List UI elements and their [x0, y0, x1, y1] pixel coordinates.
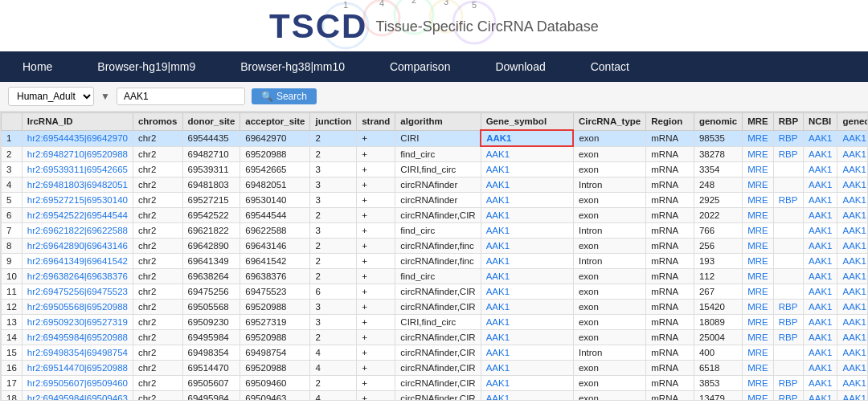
row-mre[interactable]: MRE [743, 208, 774, 223]
row-ncbi[interactable]: AAK1 [804, 130, 837, 146]
row-mre-link[interactable]: MRE [747, 195, 768, 205]
row-id[interactable]: hr2:69482710|69520988 [22, 146, 133, 162]
row-mre-link[interactable]: MRE [747, 332, 768, 342]
row-ncbi[interactable]: AAK1 [804, 361, 837, 376]
row-genecards-link[interactable]: AAK1 [842, 149, 866, 159]
row-id-link[interactable]: hr2:69621822|69622588 [27, 226, 128, 235]
row-id[interactable]: hr2:69514470|69520988 [22, 361, 133, 376]
row-mre[interactable]: MRE [743, 146, 774, 162]
row-gene[interactable]: AAK1 [481, 300, 573, 315]
row-id-link[interactable]: hr2:69475256|69475523 [27, 287, 128, 296]
row-genecards[interactable]: AAK1 [837, 361, 868, 376]
row-id[interactable]: hr2:69641349|69641542 [22, 254, 133, 269]
row-ncbi-link[interactable]: AAK1 [809, 133, 832, 143]
row-rbp[interactable]: RBP [773, 376, 803, 391]
row-id[interactable]: hr2:69475256|69475523 [22, 284, 133, 300]
row-rbp[interactable]: RBP [773, 130, 803, 146]
row-id-link[interactable]: hr2:69641349|69641542 [27, 256, 128, 266]
row-ncbi[interactable]: AAK1 [804, 146, 837, 162]
row-mre[interactable]: MRE [743, 345, 774, 361]
row-mre-link[interactable]: MRE [747, 180, 768, 190]
row-gene-link[interactable]: AAK1 [486, 256, 510, 266]
row-gene-link[interactable]: AAK1 [486, 180, 510, 190]
row-genecards-link[interactable]: AAK1 [842, 317, 866, 327]
row-ncbi-link[interactable]: AAK1 [809, 394, 832, 401]
row-mre[interactable]: MRE [743, 269, 774, 284]
row-genecards[interactable]: AAK1 [837, 284, 868, 300]
row-genecards[interactable]: AAK1 [837, 315, 868, 330]
row-id-link[interactable]: hr2:69505568|69520988 [27, 302, 128, 312]
row-gene-link[interactable]: AAK1 [486, 302, 510, 312]
row-id-link[interactable]: hr2:69498354|69498754 [27, 348, 128, 357]
row-ncbi-link[interactable]: AAK1 [809, 348, 832, 357]
table-row[interactable]: 10hr2:69638264|69638376chr26963826469638… [2, 269, 869, 284]
row-mre-link[interactable]: MRE [747, 363, 768, 373]
row-gene-link[interactable]: AAK1 [486, 363, 510, 373]
row-rbp[interactable]: RBP [773, 391, 803, 402]
row-ncbi[interactable]: AAK1 [804, 315, 837, 330]
row-id[interactable]: hr2:69642890|69643146 [22, 239, 133, 254]
row-ncbi[interactable]: AAK1 [804, 345, 837, 361]
row-id[interactable]: hr2:69527215|69530140 [22, 193, 133, 208]
row-genecards[interactable]: AAK1 [837, 376, 868, 391]
row-gene-link[interactable]: AAK1 [486, 241, 510, 251]
table-row[interactable]: 7hr2:69621822|69622588chr269621822696225… [2, 223, 869, 239]
row-mre[interactable]: MRE [743, 162, 774, 177]
row-id-link[interactable]: hr2:69481803|69482051 [27, 180, 128, 190]
nav-contact[interactable]: Contact [568, 51, 652, 82]
data-table-container[interactable]: lrcRNA_ID chromos donor_site acceptor_si… [0, 112, 868, 401]
row-gene-link[interactable]: AAK1 [486, 271, 510, 281]
table-row[interactable]: 11hr2:69475256|69475523chr26947525669475… [2, 284, 869, 300]
row-rbp-link[interactable]: RBP [779, 195, 798, 205]
row-ncbi-link[interactable]: AAK1 [809, 378, 832, 388]
row-id-link[interactable]: hr2:69514470|69520988 [27, 363, 128, 373]
table-row[interactable]: 16hr2:69514470|69520988chr26951447069520… [2, 361, 869, 376]
row-ncbi-link[interactable]: AAK1 [809, 256, 832, 266]
row-mre[interactable]: MRE [743, 239, 774, 254]
table-row[interactable]: 12hr2:69505568|69520988chr26950556869520… [2, 300, 869, 315]
row-mre-link[interactable]: MRE [747, 302, 768, 312]
row-id-link[interactable]: hr2:69505607|69509460 [27, 378, 128, 388]
row-mre-link[interactable]: MRE [747, 241, 768, 251]
row-genecards-link[interactable]: AAK1 [842, 332, 866, 342]
row-id-link[interactable]: hr2:69544435|69642970 [27, 133, 128, 143]
row-ncbi-link[interactable]: AAK1 [809, 210, 832, 220]
row-genecards-link[interactable]: AAK1 [842, 287, 866, 296]
row-ncbi-link[interactable]: AAK1 [809, 332, 832, 342]
row-genecards[interactable]: AAK1 [837, 162, 868, 177]
row-genecards-link[interactable]: AAK1 [842, 133, 866, 143]
row-gene[interactable]: AAK1 [481, 391, 573, 402]
row-rbp-link[interactable]: RBP [779, 133, 798, 143]
row-id[interactable]: hr2:69544435|69642970 [22, 130, 133, 146]
row-rbp-link[interactable]: RBP [779, 302, 798, 312]
row-mre[interactable]: MRE [743, 376, 774, 391]
table-row[interactable]: 4hr2:69481803|69482051chr269481803694820… [2, 177, 869, 193]
row-id[interactable]: hr2:69638264|69638376 [22, 269, 133, 284]
row-genecards-link[interactable]: AAK1 [842, 256, 866, 266]
row-genecards[interactable]: AAK1 [837, 391, 868, 402]
table-row[interactable]: 2hr2:69482710|69520988chr269482710695209… [2, 146, 869, 162]
nav-browser-hg19[interactable]: Browser-hg19|mm9 [75, 51, 218, 82]
row-mre[interactable]: MRE [743, 300, 774, 315]
row-genecards[interactable]: AAK1 [837, 208, 868, 223]
row-id-link[interactable]: hr2:69482710|69520988 [27, 149, 128, 159]
row-id-link[interactable]: hr2:69638264|69638376 [27, 271, 128, 281]
row-mre-link[interactable]: MRE [747, 226, 768, 235]
row-id-link[interactable]: hr2:69509230|69527319 [27, 317, 128, 327]
row-genecards-link[interactable]: AAK1 [842, 210, 866, 220]
nav-download[interactable]: Download [473, 51, 567, 82]
row-mre[interactable]: MRE [743, 330, 774, 345]
row-ncbi[interactable]: AAK1 [804, 254, 837, 269]
row-genecards[interactable]: AAK1 [837, 300, 868, 315]
row-ncbi[interactable]: AAK1 [804, 177, 837, 193]
row-mre[interactable]: MRE [743, 315, 774, 330]
row-genecards-link[interactable]: AAK1 [842, 165, 866, 174]
row-ncbi[interactable]: AAK1 [804, 376, 837, 391]
table-row[interactable]: 8hr2:69642890|69643146chr269642890696431… [2, 239, 869, 254]
row-genecards[interactable]: AAK1 [837, 239, 868, 254]
nav-home[interactable]: Home [0, 51, 75, 82]
row-mre-link[interactable]: MRE [747, 133, 768, 143]
row-gene[interactable]: AAK1 [481, 361, 573, 376]
row-rbp[interactable]: RBP [773, 193, 803, 208]
table-row[interactable]: 3hr2:69539311|69542665chr269539311695426… [2, 162, 869, 177]
